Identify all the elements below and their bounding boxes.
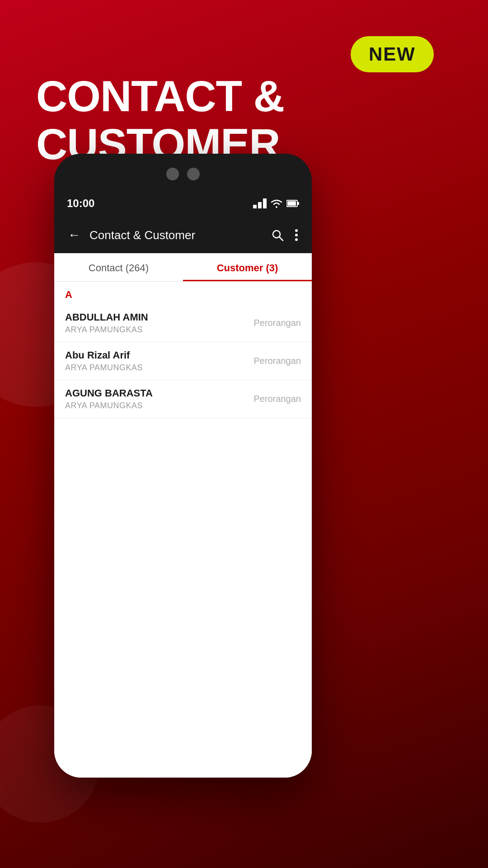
contact-name: AGUNG BARASTA [65, 387, 153, 399]
svg-rect-5 [298, 202, 299, 205]
contact-item[interactable]: AGUNG BARASTA ARYA PAMUNGKAS Perorangan [54, 380, 312, 418]
status-icons [253, 198, 299, 208]
camera-secondary [187, 168, 200, 180]
contact-name: Abu Rizal Arif [65, 349, 143, 361]
phone-mockup: 10:00 [54, 154, 312, 778]
contact-info: Abu Rizal Arif ARYA PAMUNGKAS [65, 349, 143, 373]
contact-name: ABDULLAH AMIN [65, 311, 148, 323]
phone-top-bar [54, 154, 312, 190]
contact-sub: ARYA PAMUNGKAS [65, 363, 143, 373]
contact-sub: ARYA PAMUNGKAS [65, 325, 148, 335]
app-bar-title: Contact & Customer [89, 228, 262, 242]
svg-line-7 [279, 237, 283, 241]
contact-sub: ARYA PAMUNGKAS [65, 401, 153, 410]
svg-marker-0 [253, 205, 257, 208]
contact-type: Perorangan [253, 394, 301, 404]
back-button[interactable]: ← [64, 224, 84, 246]
signal-icon [253, 198, 267, 208]
wifi-icon [270, 199, 283, 208]
contact-info: ABDULLAH AMIN ARYA PAMUNGKAS [65, 311, 148, 335]
contact-item[interactable]: Abu Rizal Arif ARYA PAMUNGKAS Perorangan [54, 342, 312, 380]
section-letter-a: A [54, 282, 312, 304]
app-bar: ← Contact & Customer [54, 217, 312, 253]
tab-customer[interactable]: Customer (3) [183, 253, 312, 281]
tabs-container: Contact (264) Customer (3) [54, 253, 312, 282]
more-button[interactable] [291, 225, 302, 245]
contact-type: Perorangan [253, 318, 301, 328]
contact-list: A ABDULLAH AMIN ARYA PAMUNGKAS Peroranga… [54, 282, 312, 778]
svg-rect-4 [287, 201, 296, 206]
tab-contact[interactable]: Contact (264) [54, 253, 183, 281]
contact-type: Perorangan [253, 356, 301, 366]
svg-marker-2 [263, 198, 267, 208]
search-button[interactable] [267, 225, 287, 245]
phone-screen: 10:00 [54, 190, 312, 778]
app-bar-actions [267, 225, 302, 245]
svg-point-9 [295, 234, 298, 236]
status-time: 10:00 [67, 197, 94, 210]
svg-point-10 [295, 238, 298, 241]
contact-item[interactable]: ABDULLAH AMIN ARYA PAMUNGKAS Perorangan [54, 304, 312, 342]
battery-icon [286, 199, 299, 208]
svg-point-8 [295, 229, 298, 232]
new-badge: NEW [351, 36, 434, 72]
camera-main [166, 168, 179, 180]
svg-marker-1 [258, 202, 262, 208]
contact-info: AGUNG BARASTA ARYA PAMUNGKAS [65, 387, 153, 410]
status-bar: 10:00 [54, 190, 312, 217]
